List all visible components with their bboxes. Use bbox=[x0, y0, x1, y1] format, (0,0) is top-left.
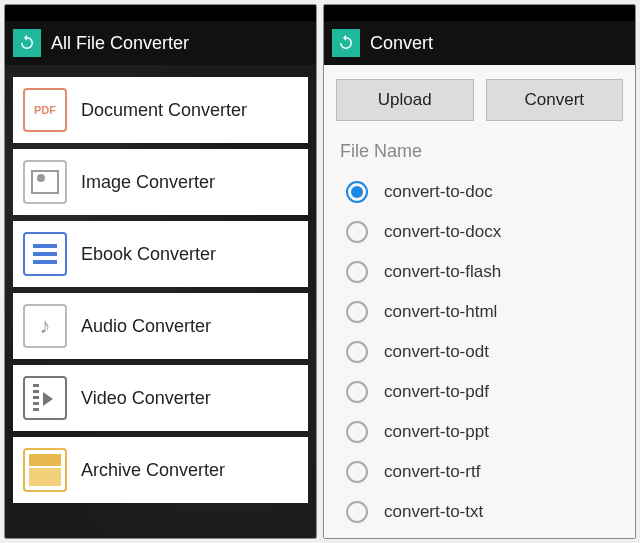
format-option[interactable]: convert-to-rtf bbox=[328, 452, 631, 492]
radio-icon bbox=[346, 461, 368, 483]
format-option[interactable]: convert-to-doc bbox=[328, 172, 631, 212]
menu-item-pdf[interactable]: Document Converter bbox=[13, 77, 308, 143]
app-title: Convert bbox=[370, 33, 433, 54]
radio-icon bbox=[346, 501, 368, 523]
format-option[interactable]: convert-to-odt bbox=[328, 332, 631, 372]
format-option-label: convert-to-ppt bbox=[384, 422, 489, 442]
app-icon bbox=[13, 29, 41, 57]
format-option-label: convert-to-odt bbox=[384, 342, 489, 362]
converter-menu: Document ConverterImage ConverterEbook C… bbox=[5, 65, 316, 538]
menu-item-label: Document Converter bbox=[81, 100, 247, 121]
radio-icon bbox=[346, 261, 368, 283]
audio-icon bbox=[23, 304, 67, 348]
format-option[interactable]: convert-to-docx bbox=[328, 212, 631, 252]
radio-icon bbox=[346, 341, 368, 363]
radio-icon bbox=[346, 301, 368, 323]
menu-item-video[interactable]: Video Converter bbox=[13, 365, 308, 431]
archive-icon bbox=[23, 448, 67, 492]
image-icon bbox=[23, 160, 67, 204]
format-option[interactable]: convert-to-html bbox=[328, 292, 631, 332]
radio-icon bbox=[346, 181, 368, 203]
video-icon bbox=[23, 376, 67, 420]
screen-right: Convert Upload Convert File Name convert… bbox=[323, 4, 636, 539]
action-buttons: Upload Convert bbox=[324, 65, 635, 135]
format-options: convert-to-docconvert-to-docxconvert-to-… bbox=[324, 172, 635, 538]
menu-item-image[interactable]: Image Converter bbox=[13, 149, 308, 215]
format-option-label: convert-to-rtf bbox=[384, 462, 480, 482]
format-option-label: convert-to-html bbox=[384, 302, 497, 322]
refresh-icon bbox=[337, 34, 355, 52]
menu-item-label: Image Converter bbox=[81, 172, 215, 193]
status-bar bbox=[5, 5, 316, 21]
menu-item-label: Video Converter bbox=[81, 388, 211, 409]
status-bar bbox=[324, 5, 635, 21]
format-option-label: convert-to-docx bbox=[384, 222, 501, 242]
radio-icon bbox=[346, 421, 368, 443]
menu-item-audio[interactable]: Audio Converter bbox=[13, 293, 308, 359]
radio-icon bbox=[346, 221, 368, 243]
section-label: File Name bbox=[324, 135, 635, 172]
pdf-icon bbox=[23, 88, 67, 132]
format-option-label: convert-to-doc bbox=[384, 182, 493, 202]
title-bar: All File Converter bbox=[5, 21, 316, 65]
upload-button[interactable]: Upload bbox=[336, 79, 474, 121]
format-option-label: convert-to-pdf bbox=[384, 382, 489, 402]
menu-item-label: Ebook Converter bbox=[81, 244, 216, 265]
title-bar: Convert bbox=[324, 21, 635, 65]
radio-icon bbox=[346, 381, 368, 403]
format-option[interactable]: convert-to-flash bbox=[328, 252, 631, 292]
convert-body: Upload Convert File Name convert-to-docc… bbox=[324, 65, 635, 538]
app-icon bbox=[332, 29, 360, 57]
format-option[interactable]: convert-to-txt bbox=[328, 492, 631, 532]
ebook-icon bbox=[23, 232, 67, 276]
menu-item-ebook[interactable]: Ebook Converter bbox=[13, 221, 308, 287]
refresh-icon bbox=[18, 34, 36, 52]
app-title: All File Converter bbox=[51, 33, 189, 54]
format-option-label: convert-to-txt bbox=[384, 502, 483, 522]
convert-button[interactable]: Convert bbox=[486, 79, 624, 121]
format-option[interactable]: convert-to-pdf bbox=[328, 372, 631, 412]
menu-item-label: Audio Converter bbox=[81, 316, 211, 337]
menu-item-label: Archive Converter bbox=[81, 460, 225, 481]
format-option-label: convert-to-flash bbox=[384, 262, 501, 282]
format-option[interactable]: convert-to-ppt bbox=[328, 412, 631, 452]
menu-item-archive[interactable]: Archive Converter bbox=[13, 437, 308, 503]
screen-left: All File Converter Document ConverterIma… bbox=[4, 4, 317, 539]
